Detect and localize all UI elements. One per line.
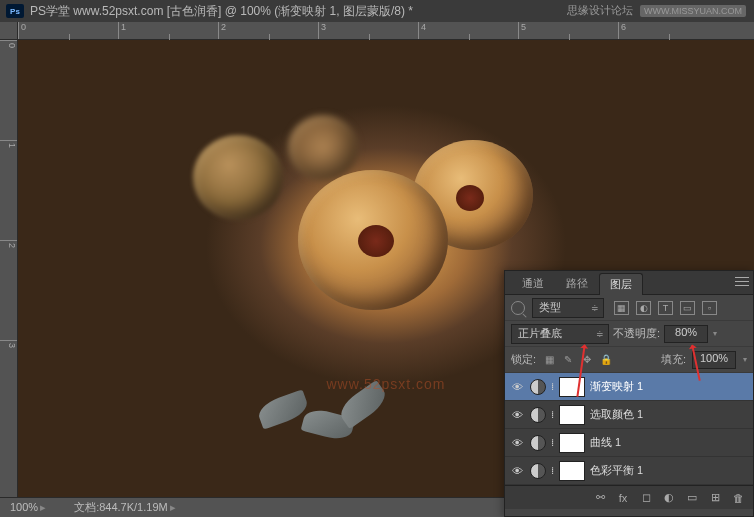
ruler-v-tick: 2	[0, 240, 17, 340]
filter-smart-icon[interactable]: ▫	[702, 301, 717, 315]
layers-list: 👁 ⁞ 渐变映射 1 👁 ⁞ 选取颜色 1 👁 ⁞ 曲线 1 👁 ⁞ 色彩平衡 …	[505, 373, 753, 485]
adjustment-icon	[530, 407, 546, 423]
ruler-h-tick: 1	[118, 22, 218, 39]
kind-dropdown[interactable]: 类型	[532, 298, 604, 318]
layer-row[interactable]: 👁 ⁞ 选取颜色 1	[505, 401, 753, 429]
ruler-h-tick: 5	[518, 22, 618, 39]
ruler-horizontal[interactable]: 0 1 2 3 4 5 6	[18, 22, 754, 40]
filter-adjust-icon[interactable]: ◐	[636, 301, 651, 315]
group-icon[interactable]: ▭	[685, 491, 699, 505]
lock-transparency-icon[interactable]: ▦	[542, 353, 556, 367]
layer-row[interactable]: 👁 ⁞ 曲线 1	[505, 429, 753, 457]
tab-paths[interactable]: 路径	[555, 272, 599, 294]
document-title: PS学堂 www.52psxt.com [古色润香] @ 100% (渐变映射 …	[30, 3, 413, 20]
mask-icon[interactable]: ◻	[639, 491, 653, 505]
layers-panel: 通道 路径 图层 类型 ▦ ◐ T ▭ ▫ 正片叠底 不透明度: 80% ▾ 锁…	[504, 270, 754, 517]
adjustment-icon	[530, 463, 546, 479]
adjustment-icon	[530, 379, 546, 395]
lock-row: 锁定: ▦ ✎ ✥ 🔒 填充: 100% ▾	[505, 347, 753, 373]
link-icon[interactable]: ⁞	[551, 381, 554, 392]
panel-footer: ⚯ fx ◻ ◐ ▭ ⊞ 🗑	[505, 485, 753, 509]
ruler-h-tick: 6	[618, 22, 718, 39]
filter-row: 类型 ▦ ◐ T ▭ ▫	[505, 295, 753, 321]
visibility-icon[interactable]: 👁	[509, 407, 525, 423]
blend-mode-dropdown[interactable]: 正片叠底	[511, 324, 609, 344]
visibility-icon[interactable]: 👁	[509, 379, 525, 395]
trash-icon[interactable]: 🗑	[731, 491, 745, 505]
zoom-level[interactable]: 100%▸	[10, 501, 46, 514]
tab-channels[interactable]: 通道	[511, 272, 555, 294]
mask-thumbnail[interactable]	[559, 377, 585, 397]
mask-thumbnail[interactable]	[559, 433, 585, 453]
layer-name[interactable]: 曲线 1	[590, 435, 621, 450]
filter-pixel-icon[interactable]: ▦	[614, 301, 629, 315]
canvas-watermark: www.52psxt.com	[326, 376, 445, 392]
opacity-label: 不透明度:	[613, 326, 660, 341]
mask-thumbnail[interactable]	[559, 405, 585, 425]
ruler-v-tick: 3	[0, 340, 17, 440]
chevron-icon[interactable]: ▾	[743, 355, 747, 364]
filter-type-icon[interactable]: T	[658, 301, 673, 315]
new-layer-icon[interactable]: ⊞	[708, 491, 722, 505]
layer-name[interactable]: 选取颜色 1	[590, 407, 643, 422]
ruler-corner	[0, 22, 18, 40]
opacity-input[interactable]: 80%	[664, 325, 708, 343]
lock-pixels-icon[interactable]: ✎	[561, 353, 575, 367]
ruler-h-tick: 3	[318, 22, 418, 39]
panel-menu-icon[interactable]	[735, 275, 749, 287]
ruler-h-tick: 0	[18, 22, 118, 39]
visibility-icon[interactable]: 👁	[509, 435, 525, 451]
mask-thumbnail[interactable]	[559, 461, 585, 481]
lock-position-icon[interactable]: ✥	[580, 353, 594, 367]
doc-info[interactable]: 文档:844.7K/1.19M▸	[74, 500, 176, 515]
search-icon[interactable]	[511, 301, 525, 315]
ruler-v-tick: 0	[0, 40, 17, 140]
lock-label: 锁定:	[511, 352, 536, 367]
link-icon[interactable]: ⁞	[551, 465, 554, 476]
layer-name[interactable]: 渐变映射 1	[590, 379, 643, 394]
link-layers-icon[interactable]: ⚯	[593, 491, 607, 505]
ruler-vertical[interactable]: 0 1 2 3	[0, 40, 18, 497]
fill-input[interactable]: 100%	[692, 351, 736, 369]
visibility-icon[interactable]: 👁	[509, 463, 525, 479]
fx-icon[interactable]: fx	[616, 491, 630, 505]
layer-name[interactable]: 色彩平衡 1	[590, 463, 643, 478]
ruler-h-tick: 2	[218, 22, 318, 39]
ps-app-icon: Ps	[6, 4, 24, 18]
tab-layers[interactable]: 图层	[599, 273, 643, 295]
blend-row: 正片叠底 不透明度: 80% ▾	[505, 321, 753, 347]
adjustment-layer-icon[interactable]: ◐	[662, 491, 676, 505]
watermark-top: 思缘设计论坛 WWW.MISSYUAN.COM	[567, 3, 746, 18]
layer-row[interactable]: 👁 ⁞ 渐变映射 1	[505, 373, 753, 401]
link-icon[interactable]: ⁞	[551, 437, 554, 448]
filter-shape-icon[interactable]: ▭	[680, 301, 695, 315]
chevron-icon[interactable]: ▾	[713, 329, 717, 338]
panel-tabs: 通道 路径 图层	[505, 271, 753, 295]
ruler-v-tick: 1	[0, 140, 17, 240]
layer-row[interactable]: 👁 ⁞ 色彩平衡 1	[505, 457, 753, 485]
fill-label: 填充:	[661, 352, 686, 367]
lock-all-icon[interactable]: 🔒	[599, 353, 613, 367]
link-icon[interactable]: ⁞	[551, 409, 554, 420]
adjustment-icon	[530, 435, 546, 451]
ruler-h-tick: 4	[418, 22, 518, 39]
